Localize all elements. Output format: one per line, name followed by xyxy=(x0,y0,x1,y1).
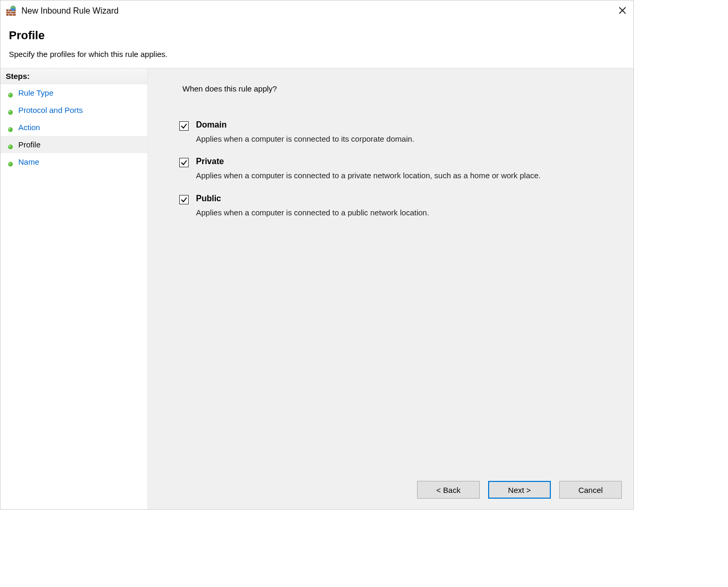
next-button[interactable]: Next > xyxy=(488,481,551,499)
option-private: Private Applies when a computer is conne… xyxy=(179,157,608,192)
back-button[interactable]: < Back xyxy=(417,481,480,499)
option-body: Domain Applies when a computer is connec… xyxy=(196,120,608,156)
option-body: Public Applies when a computer is connec… xyxy=(196,194,608,229)
sidebar: Steps: Rule Type Protocol and Ports Acti… xyxy=(1,68,148,509)
window-title: New Inbound Rule Wizard xyxy=(21,6,119,16)
checkbox-public[interactable] xyxy=(179,195,189,204)
option-label-domain: Domain xyxy=(196,120,608,130)
rule-apply-question: When does this rule apply? xyxy=(182,84,608,93)
step-profile[interactable]: Profile xyxy=(1,136,147,153)
steps-header: Steps: xyxy=(1,68,147,84)
option-public: Public Applies when a computer is connec… xyxy=(179,194,608,229)
step-bullet-icon xyxy=(8,90,13,96)
step-bullet-icon xyxy=(8,159,13,165)
header-section: Profile Specify the profiles for which t… xyxy=(1,21,633,68)
button-row: < Back Next > Cancel xyxy=(417,481,622,499)
checkbox-domain[interactable] xyxy=(179,121,189,131)
step-label: Rule Type xyxy=(18,88,53,97)
page-title: Profile xyxy=(9,29,625,42)
wizard-window: New Inbound Rule Wizard Profile Specify … xyxy=(0,0,634,510)
titlebar: New Inbound Rule Wizard xyxy=(1,1,633,21)
svg-point-19 xyxy=(8,162,13,166)
option-body: Private Applies when a computer is conne… xyxy=(196,157,608,192)
option-desc-private: Applies when a computer is connected to … xyxy=(196,170,562,181)
checkbox-private[interactable] xyxy=(179,158,189,167)
step-action[interactable]: Action xyxy=(1,119,147,136)
step-label: Profile xyxy=(18,140,41,149)
step-protocol-and-ports[interactable]: Protocol and Ports xyxy=(1,101,147,119)
svg-point-11 xyxy=(8,93,13,97)
body-section: Steps: Rule Type Protocol and Ports Acti… xyxy=(1,68,633,509)
step-rule-type[interactable]: Rule Type xyxy=(1,84,147,101)
svg-point-20 xyxy=(9,163,10,164)
svg-point-14 xyxy=(9,111,10,112)
svg-point-12 xyxy=(9,94,10,95)
step-bullet-icon xyxy=(8,108,13,113)
main-panel: When does this rule apply? Domain Applie… xyxy=(148,68,633,509)
close-icon xyxy=(618,6,627,15)
cancel-button[interactable]: Cancel xyxy=(559,481,622,499)
option-desc-public: Applies when a computer is connected to … xyxy=(196,208,562,218)
close-button[interactable] xyxy=(617,5,628,16)
svg-point-17 xyxy=(8,144,13,149)
step-label: Action xyxy=(18,123,40,132)
step-bullet-icon xyxy=(8,125,13,130)
svg-point-18 xyxy=(9,145,10,146)
svg-point-13 xyxy=(8,110,13,114)
svg-point-16 xyxy=(9,128,10,129)
firewall-icon xyxy=(6,6,16,16)
step-bullet-icon xyxy=(8,142,13,147)
option-domain: Domain Applies when a computer is connec… xyxy=(179,120,608,156)
step-name[interactable]: Name xyxy=(1,153,147,170)
option-label-public: Public xyxy=(196,194,608,203)
option-label-private: Private xyxy=(196,157,608,166)
step-label: Protocol and Ports xyxy=(18,106,83,114)
svg-point-15 xyxy=(8,127,13,132)
page-subtitle: Specify the profiles for which this rule… xyxy=(9,50,625,59)
option-desc-domain: Applies when a computer is connected to … xyxy=(196,134,562,144)
step-label: Name xyxy=(18,157,39,166)
